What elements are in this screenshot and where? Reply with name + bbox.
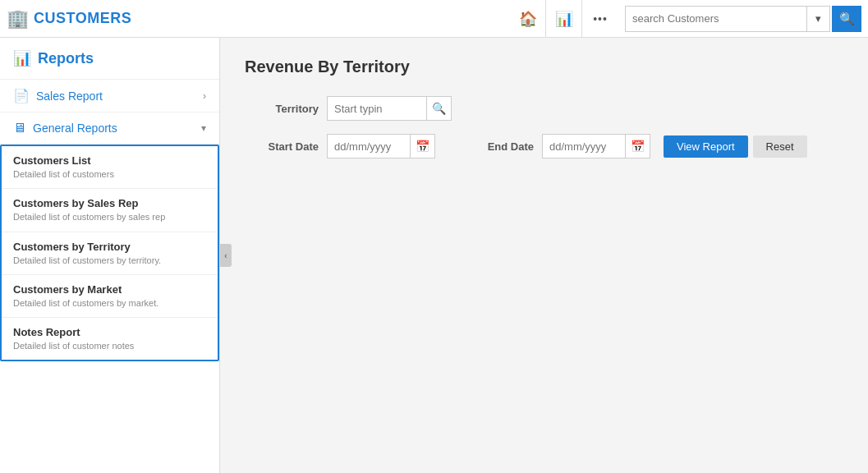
arrow-right-icon: › [203,90,206,102]
sidebar-wrapper: 📊 Reports 📄 Sales Report › 🖥 General Rep… [0,38,220,473]
page-title: Revenue By Territory [245,57,843,76]
more-icon: ••• [593,12,608,25]
territory-search-button[interactable]: 🔍 [426,96,451,121]
date-row: Start Date 📅 End Date 📅 View Report Rese… [245,134,843,158]
submenu-item-customers-by-sales-rep[interactable]: Customers by Sales Rep Detailed list of … [2,189,218,232]
submenu-item-customers-by-territory[interactable]: Customers by Territory Detailed list of … [2,232,218,275]
search-dropdown-button[interactable]: ▾ [806,7,829,31]
reset-button[interactable]: Reset [753,135,807,158]
search-icon: 🔍 [839,11,855,26]
submenu-item-title: Customers by Territory [13,241,206,253]
submenu-item-desc: Detailed list of customers by sales rep [13,211,206,223]
end-date-label: End Date [460,140,534,153]
document-icon: 📄 [13,88,30,103]
submenu-item-title: Customers by Market [13,283,206,296]
calendar-icon: 📅 [416,140,429,153]
sales-report-label: Sales Report [36,90,203,103]
chevron-down-icon: ▾ [201,122,206,134]
chart-button[interactable]: 📊 [546,0,582,38]
submenu-item-title: Notes Report [13,326,206,338]
view-report-button[interactable]: View Report [664,135,748,158]
app-logo: 🏢 CUSTOMERS [7,8,131,30]
submenu-item-customers-list[interactable]: Customers List Detailed list of customer… [2,146,218,189]
chart-icon: 📊 [555,10,573,28]
submenu-item-title: Customers List [13,154,206,167]
sidebar-section-header: 📊 Reports [0,38,219,80]
form-actions: View Report Reset [664,135,807,158]
start-date-input-group: 📅 [327,134,435,158]
search-submit-button[interactable]: 🔍 [832,6,861,32]
territory-label: Territory [245,103,319,115]
monitor-icon: 🖥 [13,121,26,135]
app-logo-icon: 🏢 [7,8,29,30]
start-date-input[interactable] [328,135,410,158]
territory-input[interactable] [328,97,426,120]
end-date-input[interactable] [543,135,625,158]
submenu-item-customers-by-market[interactable]: Customers by Market Detailed list of cus… [2,275,218,318]
end-date-input-group: 📅 [542,134,650,158]
submenu-item-desc: Detailed list of customers by market. [13,297,206,309]
territory-row: Territory 🔍 [245,96,843,121]
start-date-label: Start Date [245,140,319,153]
calendar-icon: 📅 [631,140,645,153]
app-header: 🏢 CUSTOMERS 🏠 📊 ••• ▾ 🔍 [0,0,868,38]
end-date-calendar-button[interactable]: 📅 [625,134,650,158]
territory-input-group: 🔍 [327,96,452,121]
submenu-item-desc: Detailed list of customers by territory. [13,255,206,266]
start-date-calendar-button[interactable]: 📅 [410,134,434,158]
search-input[interactable] [626,7,806,31]
sidebar-item-general-reports[interactable]: 🖥 General Reports ▾ [0,113,219,145]
more-button[interactable]: ••• [582,0,618,38]
search-container: ▾ [625,6,830,32]
main-layout: 📊 Reports 📄 Sales Report › 🖥 General Rep… [0,38,868,473]
sidebar-section-title: Reports [38,50,94,67]
sidebar-item-sales-report[interactable]: 📄 Sales Report › [0,80,219,113]
reports-icon: 📊 [13,49,31,67]
chevron-down-icon: ▾ [815,12,821,25]
submenu-item-notes-report[interactable]: Notes Report Detailed list of customer n… [2,318,218,360]
submenu-container: Customers List Detailed list of customer… [0,145,219,361]
collapse-icon: ‹ [224,251,227,260]
app-title: CUSTOMERS [34,10,131,27]
submenu-item-title: Customers by Sales Rep [13,197,206,209]
general-reports-label: General Reports [33,122,201,135]
search-icon: 🔍 [432,102,446,115]
home-icon: 🏠 [519,10,537,28]
home-button[interactable]: 🏠 [510,0,546,38]
submenu-item-desc: Detailed list of customer notes [13,340,206,351]
header-actions: 🏠 📊 ••• ▾ 🔍 [510,0,861,38]
sidebar-collapse-button[interactable]: ‹ [220,244,232,267]
sidebar: 📊 Reports 📄 Sales Report › 🖥 General Rep… [0,38,220,473]
content-area: Revenue By Territory Territory 🔍 Start D… [220,38,868,473]
submenu-item-desc: Detailed list of customers [13,168,206,180]
